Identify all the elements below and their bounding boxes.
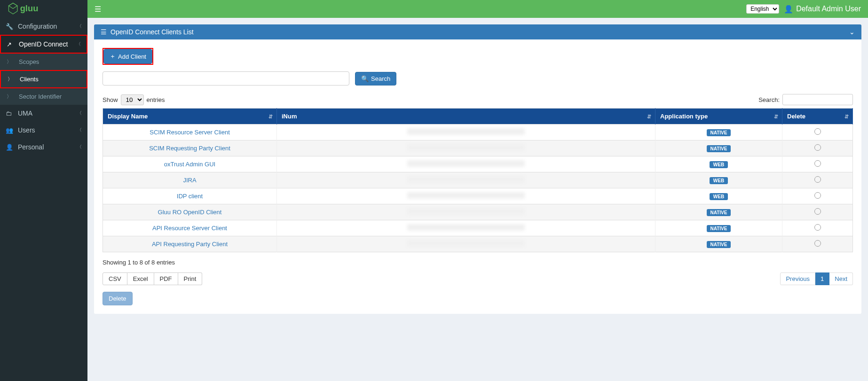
- table-row: API Resource Server ClientNATIVE: [103, 220, 853, 236]
- client-name-link[interactable]: API Requesting Party Client: [103, 236, 277, 252]
- user-menu[interactable]: 👤 Default Admin User: [784, 5, 861, 14]
- export-pdf-button[interactable]: PDF: [154, 272, 178, 285]
- page-length-select[interactable]: 10: [121, 94, 144, 105]
- search-icon: 🔍: [361, 75, 369, 82]
- sidebar-subitem-scopes[interactable]: 〉 Scopes: [0, 54, 87, 70]
- app-type-badge: WEB: [710, 161, 728, 168]
- sidebar-subitem-sector-identifier[interactable]: 〉 Sector Identifier: [0, 88, 87, 105]
- clients-table: Display Name⇵ iNum⇵ Application type⇵ De…: [103, 108, 853, 252]
- delete-radio[interactable]: [814, 144, 821, 151]
- logo[interactable]: gluu: [0, 0, 87, 18]
- hamburger-icon[interactable]: ☰: [95, 5, 101, 14]
- blurred-inum: [407, 208, 525, 215]
- client-type-cell: NATIVE: [655, 204, 782, 220]
- table-search-input[interactable]: [782, 94, 853, 105]
- user-name-label: Default Admin User: [796, 5, 861, 13]
- delete-radio[interactable]: [814, 160, 821, 167]
- client-delete-cell: [782, 172, 853, 188]
- table-row: JIRAWEB: [103, 172, 853, 188]
- client-inum-cell: [277, 124, 655, 140]
- page-previous-button[interactable]: Previous: [780, 272, 815, 285]
- sidebar-item-label: OpenID Connect: [19, 40, 68, 48]
- table-row: SCIM Requesting Party ClientNATIVE: [103, 140, 853, 156]
- export-csv-button[interactable]: CSV: [103, 272, 127, 285]
- client-delete-cell: [782, 204, 853, 220]
- sidebar-item-label: Personal: [18, 143, 44, 151]
- delete-radio[interactable]: [814, 224, 821, 231]
- col-application-type[interactable]: Application type⇵: [655, 109, 782, 124]
- add-client-label: Add Client: [118, 53, 146, 60]
- sidebar-item-uma[interactable]: 🗀 UMA 〈: [0, 105, 87, 122]
- blurred-inum: [407, 160, 525, 167]
- sidebar-item-configuration[interactable]: 🔧 Configuration 〈: [0, 18, 87, 35]
- col-delete[interactable]: Delete⇵: [782, 109, 853, 124]
- panel-title: OpenID Connect Clients List: [110, 28, 194, 36]
- delete-radio[interactable]: [814, 128, 821, 135]
- language-select[interactable]: English: [746, 4, 779, 14]
- list-icon: ☰: [101, 28, 107, 36]
- client-search-input[interactable]: [103, 71, 349, 86]
- show-label-post: entries: [147, 96, 165, 103]
- sidebar-item-users[interactable]: 👥 Users 〈: [0, 122, 87, 139]
- client-name-link[interactable]: JIRA: [103, 172, 277, 188]
- external-link-icon: ↗: [7, 41, 15, 48]
- sidebar-item-personal[interactable]: 👤 Personal 〈: [0, 139, 87, 156]
- export-excel-button[interactable]: Excel: [127, 272, 154, 285]
- delete-radio[interactable]: [814, 192, 821, 199]
- col-inum[interactable]: iNum⇵: [277, 109, 655, 124]
- chevron-left-icon: 〈: [76, 41, 81, 47]
- sidebar-item-openid-connect[interactable]: ↗ OpenID Connect 〈: [0, 35, 87, 54]
- topbar: ☰ English 👤 Default Admin User: [87, 0, 868, 18]
- client-name-link[interactable]: Gluu RO OpenID Client: [103, 204, 277, 220]
- sidebar-item-label: Sector Identifier: [19, 93, 62, 100]
- users-icon: 👥: [6, 127, 14, 134]
- add-client-button[interactable]: ＋ Add Client: [103, 49, 152, 64]
- client-inum-cell: [277, 188, 655, 204]
- sidebar-item-label: Scopes: [19, 58, 39, 65]
- app-type-badge: NATIVE: [707, 209, 731, 216]
- col-display-name[interactable]: Display Name⇵: [103, 109, 277, 124]
- search-button[interactable]: 🔍 Search: [355, 72, 396, 86]
- delete-radio[interactable]: [814, 240, 821, 247]
- client-inum-cell: [277, 172, 655, 188]
- app-type-badge: NATIVE: [707, 241, 731, 248]
- panel-header: ☰ OpenID Connect Clients List ⌄: [94, 24, 861, 39]
- sort-icon: ⇵: [844, 113, 849, 119]
- client-name-link[interactable]: SCIM Resource Server Client: [103, 124, 277, 140]
- client-name-link[interactable]: API Resource Server Client: [103, 220, 277, 236]
- client-delete-cell: [782, 156, 853, 172]
- client-type-cell: NATIVE: [655, 140, 782, 156]
- svg-marker-1: [9, 3, 17, 9]
- client-delete-cell: [782, 220, 853, 236]
- export-print-button[interactable]: Print: [178, 272, 203, 285]
- table-row: SCIM Resource Server ClientNATIVE: [103, 124, 853, 140]
- table-search-label: Search:: [758, 96, 780, 103]
- sort-icon: ⇵: [647, 113, 651, 119]
- chevron-down-icon[interactable]: ⌄: [849, 28, 855, 36]
- sidebar-subitem-clients[interactable]: 〉 Clients: [0, 70, 87, 88]
- client-type-cell: NATIVE: [655, 124, 782, 140]
- chevron-right-icon: 〉: [8, 76, 16, 83]
- table-row: API Requesting Party ClientNATIVE: [103, 236, 853, 252]
- export-buttons: CSV Excel PDF Print: [103, 272, 202, 285]
- folder-icon: 🗀: [6, 110, 14, 117]
- sort-icon: ⇵: [268, 113, 273, 119]
- blurred-inum: [407, 144, 525, 151]
- svg-text:gluu: gluu: [20, 3, 39, 13]
- page-1-button[interactable]: 1: [815, 272, 829, 285]
- chevron-right-icon: 〉: [7, 58, 15, 65]
- user-icon: 👤: [784, 5, 793, 14]
- page-next-button[interactable]: Next: [829, 272, 853, 285]
- client-name-link[interactable]: IDP client: [103, 188, 277, 204]
- client-inum-cell: [277, 156, 655, 172]
- delete-button[interactable]: Delete: [103, 292, 133, 305]
- pagination: Previous 1 Next: [780, 272, 853, 285]
- search-label: Search: [371, 75, 390, 82]
- delete-radio[interactable]: [814, 176, 821, 183]
- client-name-link[interactable]: oxTrust Admin GUI: [103, 156, 277, 172]
- delete-radio[interactable]: [814, 208, 821, 215]
- user-icon: 👤: [6, 144, 14, 151]
- sidebar-item-label: Users: [18, 126, 35, 134]
- app-type-badge: NATIVE: [707, 129, 731, 136]
- client-name-link[interactable]: SCIM Requesting Party Client: [103, 140, 277, 156]
